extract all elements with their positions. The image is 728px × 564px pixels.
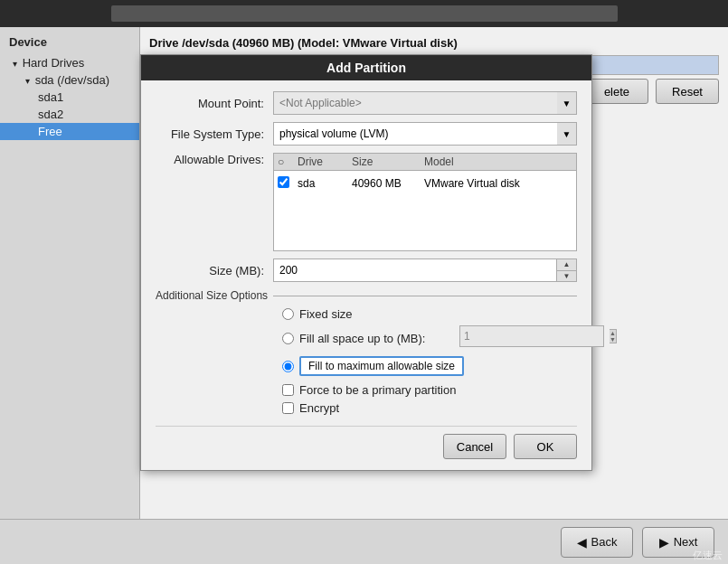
fill-up-to-label: Fill all space up to (MB):: [299, 332, 425, 345]
drive-header: Drive /dev/sda (40960 MB) (Model: VMware…: [149, 36, 719, 50]
sda-label: sda (/dev/sda): [35, 73, 109, 87]
fill-up-spinner-down[interactable]: ▼: [610, 336, 616, 343]
radio-group: Fixed size Fill all space up to (MB): ▲ …: [282, 307, 577, 376]
size-spinner[interactable]: ▲ ▼: [557, 258, 577, 282]
reset-button[interactable]: Reset: [656, 79, 719, 104]
sidebar-item-hard-drives[interactable]: ▾ Hard Drives: [0, 54, 139, 71]
tree-arrow-hard-drives: ▾: [13, 59, 17, 69]
fixed-size-row: Fixed size: [282, 307, 577, 321]
sda1-label: sda1: [38, 90, 63, 104]
drive-checkbox[interactable]: [278, 176, 298, 191]
sidebar-item-sda2[interactable]: sda2: [0, 106, 139, 123]
device-header: Device: [0, 32, 139, 54]
bottom-bar: ◀ Back ▶ Next: [0, 519, 728, 564]
next-label: Next: [674, 535, 698, 549]
divider-line: [273, 296, 577, 296]
drives-table: ○ Drive Size Model sda 40960 MB VMware V: [273, 153, 577, 251]
file-system-row: File System Type: ▼: [156, 122, 577, 146]
tree-arrow-sda: ▾: [25, 76, 30, 86]
force-primary-label: Force to be a primary partition: [299, 383, 456, 397]
mount-point-input[interactable]: [273, 91, 577, 115]
top-bar-inner: [111, 5, 618, 22]
size-spinner-up[interactable]: ▲: [557, 259, 576, 271]
fixed-size-label: Fixed size: [299, 307, 353, 321]
fill-up-to-row: Fill all space up to (MB): ▲ ▼: [282, 325, 577, 352]
drives-table-empty: [278, 193, 572, 247]
table-row: sda 40960 MB VMware Virtual disk: [278, 174, 572, 193]
fill-up-to-input-wrapper: ▲ ▼: [459, 325, 577, 347]
col-header-drive: Drive: [298, 155, 352, 168]
top-bar: [0, 0, 728, 27]
additional-size-section: Additional Size Options: [156, 289, 577, 302]
drive-model: VMware Virtual disk: [424, 177, 572, 190]
left-panel: Device ▾ Hard Drives ▾ sda (/dev/sda) sd…: [0, 27, 140, 519]
back-label: Back: [591, 535, 618, 549]
back-button[interactable]: ◀ Back: [561, 527, 633, 558]
sda2-label: sda2: [38, 108, 63, 121]
drive-size: 40960 MB: [352, 177, 424, 190]
fill-max-row: Fill to maximum allowable size: [282, 356, 577, 376]
fill-max-button[interactable]: Fill to maximum allowable size: [299, 356, 464, 376]
mount-point-wrapper: ▼: [273, 91, 577, 115]
back-arrow-icon: ◀: [577, 535, 587, 550]
sidebar-item-free[interactable]: Free: [0, 123, 139, 140]
encrypt-label: Encrypt: [299, 401, 339, 415]
fill-max-radio[interactable]: [282, 361, 294, 372]
size-input[interactable]: [273, 258, 557, 282]
drive-name: sda: [298, 177, 352, 190]
fixed-size-radio[interactable]: [282, 308, 294, 320]
size-wrapper: ▲ ▼: [273, 258, 577, 282]
allowable-drives-label: Allowable Drives:: [156, 153, 273, 166]
col-header-size: Size: [352, 155, 424, 168]
file-system-label: File System Type:: [156, 127, 273, 141]
size-spinner-down[interactable]: ▼: [557, 271, 576, 282]
hard-drives-label: Hard Drives: [23, 56, 85, 70]
drives-table-body: sda 40960 MB VMware Virtual disk: [274, 171, 576, 250]
dialog-buttons: Cancel OK: [156, 426, 577, 459]
mount-point-label: Mount Point:: [156, 97, 273, 110]
sidebar-item-sda[interactable]: ▾ sda (/dev/sda): [0, 71, 139, 89]
ok-button[interactable]: OK: [514, 434, 577, 459]
fill-up-to-input[interactable]: [459, 325, 604, 347]
sda-checkbox[interactable]: [278, 176, 289, 188]
main-area: Device ▾ Hard Drives ▾ sda (/dev/sda) sd…: [0, 27, 728, 519]
col-header-radio: ○: [278, 155, 298, 168]
fill-up-to-spinner[interactable]: ▲ ▼: [610, 329, 617, 343]
fill-up-spinner-up[interactable]: ▲: [610, 330, 616, 336]
fill-up-to-radio[interactable]: [282, 333, 294, 344]
allowable-drives-row: Allowable Drives: ○ Drive Size Model: [156, 153, 577, 251]
encrypt-row: Encrypt: [282, 401, 577, 415]
drives-table-header: ○ Drive Size Model: [274, 154, 576, 171]
mount-point-row: Mount Point: ▼: [156, 91, 577, 115]
col-header-model: Model: [424, 155, 572, 168]
file-system-input[interactable]: [273, 122, 577, 146]
force-primary-row: Force to be a primary partition: [282, 383, 577, 397]
add-partition-dialog: Add Partition Mount Point: ▼ File System…: [140, 54, 592, 471]
encrypt-checkbox[interactable]: [282, 402, 294, 414]
free-label: Free: [38, 125, 62, 138]
cancel-button[interactable]: Cancel: [443, 434, 506, 459]
dialog-body: Mount Point: ▼ File System Type: ▼ Allow…: [141, 80, 591, 470]
force-primary-checkbox[interactable]: [282, 384, 294, 396]
sidebar-item-sda1[interactable]: sda1: [0, 89, 139, 106]
file-system-wrapper: ▼: [273, 122, 577, 146]
size-row: Size (MB): ▲ ▼: [156, 258, 577, 282]
additional-size-label: Additional Size Options: [156, 289, 268, 302]
watermark: 亿速云: [693, 549, 723, 562]
size-label: Size (MB):: [156, 264, 273, 277]
dialog-title: Add Partition: [141, 55, 591, 80]
next-arrow-icon: ▶: [659, 535, 669, 550]
delete-button[interactable]: elete: [585, 79, 648, 104]
